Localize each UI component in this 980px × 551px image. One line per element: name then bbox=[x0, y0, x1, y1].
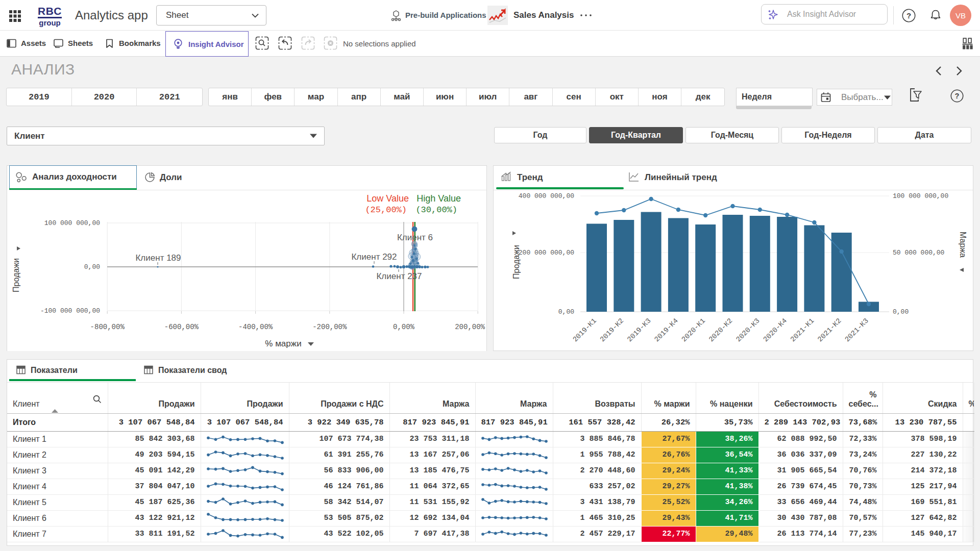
svg-text:% маржи: % маржи bbox=[265, 339, 301, 348]
svg-text:-800,00%: -800,00% bbox=[90, 323, 125, 331]
svg-text:?: ? bbox=[955, 92, 960, 100]
svg-text:-600,00%: -600,00% bbox=[164, 323, 199, 331]
svg-text:Клиент 292: Клиент 292 bbox=[351, 252, 397, 262]
svg-text:Low Value: Low Value bbox=[366, 193, 409, 204]
svg-text:Продажи: Продажи bbox=[12, 258, 20, 292]
svg-text:(30,00%): (30,00%) bbox=[415, 205, 457, 215]
svg-text:0,00: 0,00 bbox=[893, 308, 909, 316]
svg-text:0,00: 0,00 bbox=[84, 263, 100, 271]
svg-text:Маржа: Маржа bbox=[959, 232, 967, 258]
svg-text:100 000 000,00: 100 000 000,00 bbox=[893, 192, 948, 200]
svg-text:200,00%: 200,00% bbox=[455, 323, 485, 331]
svg-text:Клиент 6: Клиент 6 bbox=[397, 233, 433, 242]
svg-text:-200,00%: -200,00% bbox=[312, 323, 347, 331]
svg-text:200 000 000,00: 200 000 000,00 bbox=[519, 249, 574, 257]
svg-text:?: ? bbox=[906, 11, 911, 20]
svg-text:Клиент 237: Клиент 237 bbox=[376, 271, 422, 281]
svg-text:100 000 000,00: 100 000 000,00 bbox=[44, 219, 100, 227]
svg-text:-100 000 000,00: -100 000 000,00 bbox=[40, 307, 100, 315]
svg-text:-400,00%: -400,00% bbox=[238, 323, 273, 331]
svg-text:High Value: High Value bbox=[416, 193, 461, 204]
svg-text:Клиент 189: Клиент 189 bbox=[135, 253, 181, 263]
svg-text:50 000 000,00: 50 000 000,00 bbox=[893, 249, 944, 257]
svg-text:0,00: 0,00 bbox=[558, 308, 574, 316]
svg-text:(25,00%): (25,00%) bbox=[365, 205, 407, 215]
svg-text:400 000 000,00: 400 000 000,00 bbox=[519, 192, 574, 200]
svg-text:Продажи: Продажи bbox=[512, 245, 521, 279]
svg-text:0,00%: 0,00% bbox=[393, 323, 415, 331]
